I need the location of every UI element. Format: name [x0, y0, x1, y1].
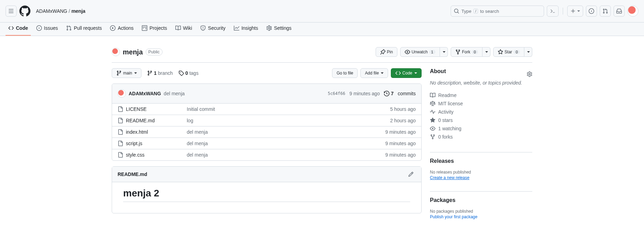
- branch-select[interactable]: main: [112, 68, 141, 78]
- commit-author[interactable]: ADAMxWANG: [129, 91, 161, 96]
- file-time: 9 minutes ago: [385, 152, 416, 158]
- file-name-link[interactable]: LICENSE: [126, 106, 147, 112]
- releases-section: Releases No releases published Create a …: [430, 152, 532, 186]
- file-commit-message[interactable]: del menja: [187, 141, 385, 146]
- pin-icon: [380, 49, 386, 55]
- about-item[interactable]: 0 forks: [430, 133, 532, 141]
- publish-package-link[interactable]: Publish your first package: [430, 214, 477, 219]
- file-row: LICENSEInitial commit5 hours ago: [112, 104, 421, 115]
- pencil-icon: [408, 171, 414, 177]
- go-to-file-button[interactable]: Go to file: [332, 68, 358, 78]
- readme-body: menja 2: [112, 182, 421, 213]
- about-item-label: Readme: [438, 92, 457, 98]
- caret-down-icon: [577, 10, 580, 12]
- file-commit-message[interactable]: del menja: [187, 129, 385, 135]
- repo-name[interactable]: menja: [123, 48, 143, 56]
- graph-icon: [234, 25, 239, 31]
- search-input[interactable]: Type / to search: [451, 6, 544, 17]
- tab-issues[interactable]: Issues: [34, 23, 61, 36]
- about-item-label: 0 stars: [438, 117, 453, 123]
- file-row: index.htmldel menja9 minutes ago: [112, 126, 421, 138]
- file-row: script.jsdel menja9 minutes ago: [112, 138, 421, 149]
- tab-settings[interactable]: Settings: [264, 23, 294, 36]
- add-file-button[interactable]: Add file: [360, 68, 388, 78]
- history-icon: [384, 91, 389, 96]
- commits-link[interactable]: 7 commits: [384, 91, 416, 96]
- about-item[interactable]: Activity: [430, 108, 532, 116]
- tab-insights[interactable]: Insights: [231, 23, 261, 36]
- commit-sha[interactable]: 5c64f66: [328, 91, 346, 96]
- file-rows: LICENSEInitial commit5 hours agoREADME.m…: [112, 104, 421, 160]
- commit-message[interactable]: del menja: [164, 91, 185, 96]
- play-icon: [110, 25, 116, 31]
- watch-dropdown[interactable]: [440, 47, 448, 57]
- file-nav: main 1branch 0tags Go to file Add file C…: [112, 68, 422, 78]
- file-commit-message[interactable]: Initial commit: [187, 106, 390, 112]
- code-button[interactable]: Code: [391, 68, 422, 78]
- about-item[interactable]: MIT license: [430, 99, 532, 108]
- tags-link[interactable]: 0tags: [178, 70, 199, 76]
- create-release-link[interactable]: Create a new release: [430, 175, 469, 180]
- search-kbd: /: [473, 9, 478, 14]
- tab-actions[interactable]: Actions: [107, 23, 136, 36]
- issues-button[interactable]: [586, 6, 597, 17]
- releases-title: Releases: [430, 158, 532, 164]
- eye-icon: [405, 49, 410, 55]
- command-palette-button[interactable]: [547, 6, 559, 17]
- file-name-link[interactable]: README.md: [126, 118, 155, 123]
- github-logo-link[interactable]: [19, 6, 30, 17]
- pin-button[interactable]: Pin: [376, 47, 397, 57]
- fork-dropdown[interactable]: [482, 47, 490, 57]
- about-settings-button[interactable]: [527, 71, 532, 77]
- visibility-badge: Public: [146, 48, 163, 55]
- file-icon: [118, 141, 123, 146]
- divider: [563, 8, 563, 15]
- command-icon: [550, 8, 555, 14]
- file-commit-message[interactable]: log: [187, 118, 390, 123]
- file-icon: [118, 118, 123, 123]
- readme-filename[interactable]: README.md: [118, 171, 147, 177]
- commit-author-avatar[interactable]: [118, 89, 126, 98]
- commit-time: 9 minutes ago: [349, 91, 380, 96]
- search-placeholder-prefix: Type: [461, 9, 471, 14]
- plus-icon: [570, 8, 576, 14]
- about-item-label: 0 forks: [438, 134, 453, 140]
- star-dropdown[interactable]: [524, 47, 532, 57]
- file-name-link[interactable]: script.js: [126, 141, 142, 146]
- breadcrumb-repo[interactable]: menja: [71, 8, 85, 14]
- file-row: style.cssdel menja9 minutes ago: [112, 149, 421, 160]
- watch-button[interactable]: Unwatch1: [400, 47, 440, 57]
- code-icon: [395, 70, 401, 76]
- project-icon: [142, 25, 147, 31]
- tab-projects[interactable]: Projects: [139, 23, 170, 36]
- file-name-link[interactable]: index.html: [126, 129, 148, 135]
- fork-button[interactable]: Fork0: [451, 47, 482, 57]
- branches-link[interactable]: 1branch: [147, 70, 173, 76]
- file-name-link[interactable]: style.css: [126, 152, 145, 158]
- hamburger-menu-button[interactable]: [6, 6, 17, 17]
- main-container: menja Public Pin Unwatch1 Fork0 Star0 ma…: [101, 36, 543, 230]
- breadcrumb: ADAMxWANG / menja: [36, 8, 85, 14]
- law-icon: [430, 101, 435, 106]
- create-new-button[interactable]: [567, 6, 583, 17]
- star-button[interactable]: Star0: [493, 47, 524, 57]
- edit-readme-button[interactable]: [406, 169, 416, 179]
- breadcrumb-separator: /: [68, 8, 70, 14]
- star-button-group: Star0: [493, 47, 532, 57]
- tab-pull-requests[interactable]: Pull requests: [63, 23, 104, 36]
- user-avatar[interactable]: [627, 6, 638, 17]
- tab-wiki[interactable]: Wiki: [173, 23, 195, 36]
- tab-security[interactable]: Security: [197, 23, 228, 36]
- tab-code[interactable]: Code: [6, 23, 31, 36]
- about-item[interactable]: Readme: [430, 91, 532, 99]
- caret-down-icon: [381, 72, 384, 74]
- about-item[interactable]: 1 watching: [430, 124, 532, 133]
- about-item[interactable]: 0 stars: [430, 116, 532, 124]
- file-commit-message[interactable]: del menja: [187, 152, 385, 158]
- about-item-label: 1 watching: [438, 126, 461, 131]
- pull-requests-button[interactable]: [600, 6, 611, 17]
- notifications-button[interactable]: [614, 6, 625, 17]
- breadcrumb-owner[interactable]: ADAMxWANG: [36, 8, 67, 14]
- readme-box: README.md menja 2: [112, 166, 422, 213]
- issues-icon: [36, 25, 42, 31]
